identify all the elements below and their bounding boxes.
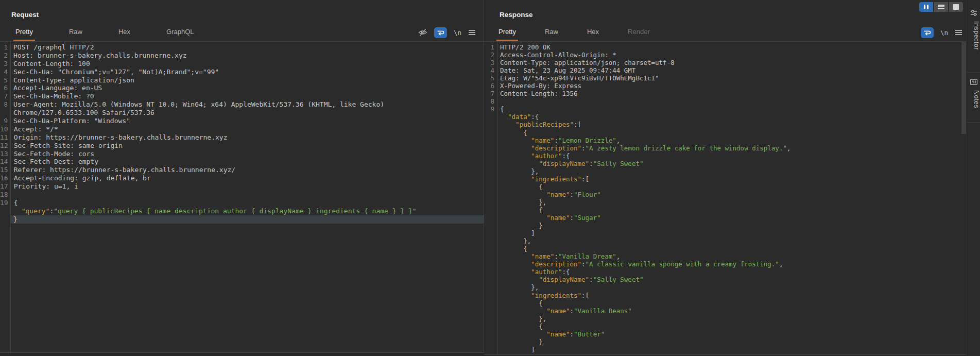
code-line[interactable]: 5Etag: W/"54c-xp94FV+c9iBvH/TTOWhEMgBc1c… (484, 74, 966, 82)
code-line[interactable]: } (484, 338, 966, 346)
rows-layout-button[interactable] (934, 2, 948, 12)
code-line[interactable]: { (484, 299, 966, 307)
line-number: 2 (0, 52, 10, 60)
code-line[interactable]: 19{ (0, 199, 484, 207)
code-line[interactable]: }, (484, 237, 966, 245)
response-editor[interactable]: 1HTTP/2 200 OK2Access-Control-Allow-Orig… (484, 41, 966, 354)
code-line[interactable]: 6X-Powered-By: Express (484, 82, 966, 90)
columns-layout-button[interactable] (919, 2, 933, 12)
code-line[interactable]: 13Sec-Fetch-Mode: cors (0, 150, 484, 158)
code-line[interactable]: }, (484, 167, 966, 175)
code-line[interactable]: "name":"Vanilla Dream", (484, 252, 966, 260)
code-line[interactable]: 15Referer: https://brunner-s-bakery.chal… (0, 166, 484, 174)
request-tab-graphql[interactable]: GraphQL (164, 24, 196, 41)
menu-icon[interactable] (468, 29, 476, 36)
code-line[interactable]: "name":"Lemon Drizzle", (484, 137, 966, 144)
newline-icon[interactable]: \n (454, 29, 461, 37)
line-content: Access-Control-Allow-Origin: * (497, 51, 966, 59)
code-line[interactable]: } (0, 215, 484, 224)
code-line[interactable]: }, (484, 315, 966, 323)
code-line[interactable]: "author":{ (484, 152, 966, 160)
line-content: Sec-Ch-Ua-Mobile: ?0 (10, 92, 484, 100)
code-line[interactable]: 14Sec-Fetch-Dest: empty (0, 158, 484, 166)
code-line[interactable]: { (484, 129, 966, 137)
code-line[interactable]: "author":{ (484, 268, 966, 276)
code-line[interactable]: "query":"query { publicRecipes { name de… (0, 207, 484, 215)
line-content: { (11, 199, 484, 207)
code-line[interactable]: 9{ (484, 105, 966, 113)
code-line[interactable]: "description":"A classic vanilla sponge … (484, 260, 966, 268)
line-content: "description":"A classic vanilla sponge … (497, 260, 966, 268)
code-line[interactable]: 11Origin: https://brunner-s-bakery.chall… (0, 133, 484, 142)
code-line[interactable]: }, (484, 283, 966, 291)
word-wrap-icon[interactable] (921, 27, 934, 38)
code-line[interactable]: "ingredients":[ (484, 175, 966, 183)
code-line[interactable]: "displayName":"Sally Sweet" (484, 276, 966, 283)
request-editor[interactable]: 1POST /graphql HTTP/22Host: brunner-s-ba… (0, 41, 484, 352)
code-line[interactable]: 6Accept-Language: en-US (0, 84, 484, 92)
response-tab-hex[interactable]: Hex (585, 24, 601, 41)
code-line[interactable]: ] (484, 346, 966, 353)
code-line[interactable]: 7Sec-Ch-Ua-Mobile: ?0 (0, 92, 484, 100)
code-line[interactable]: "description":"A zesty lemon drizzle cak… (484, 144, 966, 152)
code-line[interactable]: 3Content-Length: 100 (0, 60, 484, 68)
code-line[interactable]: 4Date: Sat, 23 Aug 2025 09:47:44 GMT (484, 66, 966, 74)
sidebar-item-inspector[interactable]: Inspector (967, 21, 980, 61)
code-line[interactable]: 1POST /graphql HTTP/2 (0, 43, 484, 52)
code-line[interactable]: "name":"Vanilla Beans" (484, 307, 966, 315)
code-line[interactable]: 7Content-Length: 1356 (484, 90, 966, 97)
code-line[interactable]: 4Sec-Ch-Ua: "Chromium";v="127", "Not)A;B… (0, 68, 484, 76)
code-line[interactable]: { (484, 245, 966, 252)
menu-icon[interactable] (955, 29, 962, 36)
code-line[interactable]: Chrome/127.0.6533.100 Safari/537.36 (0, 109, 484, 117)
code-line[interactable]: "name":"Flour" (484, 191, 966, 198)
request-tab-hex[interactable]: Hex (116, 24, 132, 41)
single-layout-button[interactable] (949, 2, 963, 12)
code-line[interactable]: "publicRecipes":[ (484, 121, 966, 128)
code-line[interactable]: 16Accept-Encoding: gzip, deflate, br (0, 174, 484, 182)
line-number (484, 299, 497, 307)
response-toolbar: \n (921, 24, 966, 41)
code-line[interactable]: "displayName":"Sally Sweet" (484, 160, 966, 167)
response-scrollbar-thumb[interactable] (961, 42, 966, 134)
code-line[interactable]: { (484, 206, 966, 214)
code-line[interactable]: }, (484, 353, 966, 354)
burp-repeater-view: Request PrettyRawHexGraphQL (0, 0, 980, 356)
code-line[interactable]: 5Content-Type: application/json (0, 76, 484, 84)
code-line[interactable]: { (484, 183, 966, 191)
code-line[interactable]: 18 (0, 191, 484, 199)
code-line[interactable]: "data":{ (484, 113, 966, 121)
notes-icon[interactable] (967, 78, 980, 86)
word-wrap-icon[interactable] (434, 27, 447, 38)
request-tab-pretty[interactable]: Pretty (13, 24, 35, 41)
sidebar-item-notes[interactable]: Notes (967, 90, 980, 117)
code-line[interactable]: ] (484, 229, 966, 237)
code-line[interactable]: 2Host: brunner-s-bakery.challs.brunnerne… (0, 52, 484, 60)
line-number: 7 (484, 90, 497, 97)
code-line[interactable]: 17Priority: u=1, i (0, 182, 484, 191)
code-line[interactable]: "name":"Butter" (484, 330, 966, 338)
code-line[interactable]: 10Accept: */* (0, 125, 484, 133)
line-number (484, 167, 497, 175)
code-line[interactable]: } (484, 222, 966, 229)
response-tab-pretty[interactable]: Pretty (496, 24, 518, 41)
line-content: "name":"Flour" (497, 191, 966, 198)
code-line[interactable]: 8 (484, 97, 966, 105)
code-line[interactable]: { (484, 323, 966, 330)
line-number (484, 198, 497, 206)
request-tab-raw[interactable]: Raw (67, 24, 84, 41)
inspector-icon[interactable] (967, 9, 980, 17)
code-line[interactable]: }, (484, 198, 966, 206)
code-line[interactable]: 1HTTP/2 200 OK (484, 43, 966, 51)
response-tab-raw[interactable]: Raw (543, 24, 560, 41)
code-line[interactable]: "ingredients":[ (484, 292, 966, 299)
code-line[interactable]: 12Sec-Fetch-Site: same-origin (0, 142, 484, 150)
code-line[interactable]: 8User-Agent: Mozilla/5.0 (Windows NT 10.… (0, 100, 484, 109)
code-line[interactable]: 3Content-Type: application/json; charset… (484, 59, 966, 66)
code-line[interactable]: "name":"Sugar" (484, 214, 966, 222)
code-line[interactable]: 2Access-Control-Allow-Origin: * (484, 51, 966, 59)
newline-icon[interactable]: \n (940, 29, 948, 37)
line-number (484, 323, 497, 330)
code-line[interactable]: 9Sec-Ch-Ua-Platform: "Windows" (0, 117, 484, 125)
hide-nonprintable-icon[interactable] (418, 28, 427, 37)
